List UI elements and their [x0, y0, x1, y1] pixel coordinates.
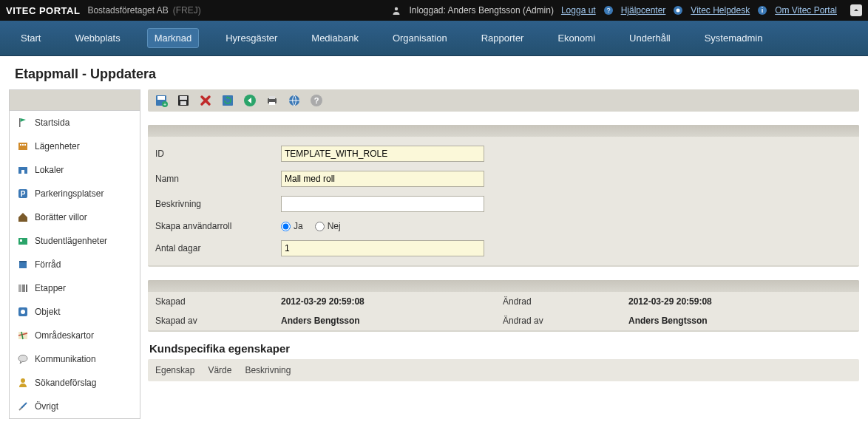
student-icon [17, 235, 29, 247]
svg-rect-18 [19, 262, 27, 268]
svg-rect-7 [19, 118, 21, 127]
svg-rect-13 [21, 170, 24, 174]
nav-underhall[interactable]: Underhåll [622, 28, 678, 48]
props-col-beskrivning: Beskrivning [245, 365, 291, 375]
info-icon: i [757, 5, 767, 16]
sidebar-item-kommunikation[interactable]: Kommunikation [10, 347, 140, 371]
name-label: Namn [155, 174, 281, 184]
svg-rect-34 [180, 101, 186, 105]
parking-icon: P [17, 188, 29, 200]
sidebar-item-label: Kommunikation [35, 354, 96, 364]
radio-no-input[interactable] [315, 222, 325, 231]
nav-rapporter[interactable]: Rapporter [474, 28, 532, 48]
desc-label: Beskrivning [155, 199, 281, 209]
sidebar-item-lagenheter[interactable]: Lägenheter [10, 134, 140, 158]
id-input[interactable] [281, 146, 484, 162]
svg-text:?: ? [606, 7, 610, 14]
svg-rect-29 [157, 96, 165, 100]
about-link[interactable]: Om Vitec Portal [775, 5, 837, 16]
nav-mediabank[interactable]: Mediabank [304, 28, 366, 48]
system-name: (FREJ) [173, 5, 201, 16]
sidebar-item-lokaler[interactable]: Lokaler [10, 158, 140, 182]
page-title: Etappmall - Uppdatera [0, 56, 868, 89]
svg-text:+: + [163, 102, 166, 107]
sidebar: Startsida Lägenheter Lokaler P Parkering… [9, 89, 140, 419]
svg-text:i: i [762, 7, 764, 14]
globe-button[interactable] [287, 93, 302, 108]
logout-link[interactable]: Logga ut [561, 5, 596, 16]
sidebar-item-label: Lägenheter [35, 141, 80, 151]
topbar-right: Inloggad: Anders Bengtsson (Admin) Logga… [391, 4, 862, 16]
changed-label: Ändrad [503, 296, 628, 307]
sidebar-item-label: Områdeskartor [35, 330, 94, 341]
radio-no[interactable]: Nej [315, 221, 341, 231]
radio-yes[interactable]: Ja [281, 221, 303, 231]
storage-icon [17, 259, 29, 270]
svg-text:P: P [21, 190, 26, 198]
nav-start[interactable]: Start [13, 28, 48, 48]
name-input[interactable] [281, 171, 484, 187]
nav-webbplats[interactable]: Webbplats [67, 28, 127, 48]
radio-yes-input[interactable] [281, 222, 291, 231]
nav-ekonomi[interactable]: Ekonomi [550, 28, 603, 48]
sidebar-item-label: Objekt [35, 307, 61, 317]
help-center-link[interactable]: Hjälpcenter [621, 5, 666, 16]
radio-no-label: Nej [328, 221, 341, 231]
days-label: Antal dagar [155, 243, 281, 253]
sidebar-item-student[interactable]: Studentlägenheter [10, 229, 140, 253]
svg-rect-20 [18, 285, 21, 292]
sidebar-item-omradeskartor[interactable]: Områdeskartor [10, 324, 140, 347]
nav-systemadmin[interactable]: Systemadmin [697, 28, 770, 48]
tools-icon [17, 401, 29, 412]
svg-rect-19 [19, 261, 27, 262]
sidebar-item-label: Lokaler [35, 165, 64, 175]
nav-marknad[interactable]: Marknad [147, 28, 200, 48]
sidebar-item-sokande[interactable]: Sökandeförslag [10, 371, 140, 395]
sidebar-item-label: Förråd [35, 259, 61, 270]
radio-yes-label: Ja [294, 221, 303, 231]
sidebar-item-etapper[interactable]: Etapper [10, 276, 140, 300]
svg-rect-33 [180, 96, 187, 100]
delete-button[interactable] [198, 93, 213, 108]
save-new-button[interactable]: + [154, 93, 169, 108]
collapse-toggle-button[interactable] [850, 4, 862, 16]
brand: VITEC PORTAL [6, 5, 80, 16]
help-button[interactable]: ? [309, 93, 324, 108]
sidebar-item-forrad[interactable]: Förråd [10, 253, 140, 276]
chat-icon [17, 353, 29, 365]
days-input[interactable] [281, 240, 484, 256]
changed-by-label: Ändrad av [503, 316, 628, 326]
sidebar-item-parkering[interactable]: P Parkeringsplatser [10, 182, 140, 205]
sidebar-item-startsida[interactable]: Startsida [10, 111, 140, 134]
save-button[interactable] [176, 93, 191, 108]
user-icon [391, 5, 401, 16]
sidebar-item-ovrigt[interactable]: Övrigt [10, 395, 140, 418]
back-button[interactable] [243, 93, 257, 108]
topbar: VITEC PORTAL Bostadsföretaget AB (FREJ) … [0, 0, 868, 21]
sidebar-item-label: Övrigt [35, 401, 58, 412]
sidebar-item-label: Sökandeförslag [35, 378, 96, 388]
flag-icon [17, 117, 29, 129]
svg-rect-22 [26, 285, 27, 292]
sidebar-item-label: Etapper [35, 283, 66, 293]
props-title: Kundspecifika egenskaper [148, 332, 859, 359]
helpdesk-link[interactable]: Vitec Helpdesk [691, 5, 750, 16]
desc-input[interactable] [281, 196, 484, 212]
premises-icon [17, 164, 29, 176]
sidebar-item-boratter[interactable]: Borätter villor [10, 205, 140, 229]
svg-rect-16 [18, 238, 27, 245]
nav-organisation[interactable]: Organisation [385, 28, 455, 48]
nav-hyresgaster[interactable]: Hyresgäster [218, 28, 285, 48]
house-icon [17, 211, 29, 223]
svg-rect-8 [18, 143, 27, 150]
print-button[interactable] [265, 93, 279, 108]
refresh-button[interactable] [220, 93, 235, 108]
role-label: Skapa användarroll [155, 221, 281, 231]
person-icon [17, 377, 29, 389]
changed-by-value: Anders Bengtsson [628, 316, 852, 326]
sidebar-item-objekt[interactable]: Objekt [10, 300, 140, 324]
svg-rect-10 [22, 144, 24, 146]
sidebar-item-label: Studentlägenheter [35, 236, 107, 246]
svg-rect-38 [269, 96, 275, 99]
apartment-icon [17, 140, 29, 152]
